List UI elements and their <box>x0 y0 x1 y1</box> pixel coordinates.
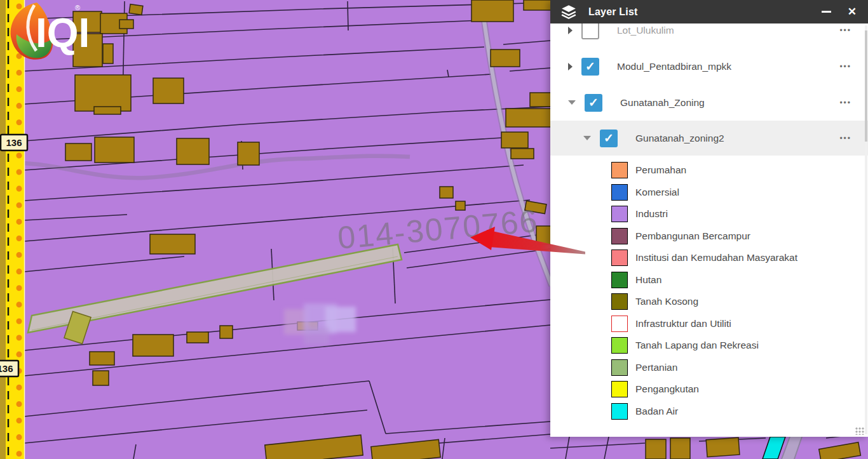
panel-header: Layer List ✕ <box>550 0 868 23</box>
layer-label[interactable]: Gunatanah_Zoning <box>620 97 705 109</box>
layer-menu-ellipsis[interactable]: ••• <box>839 62 851 71</box>
legend-item: Institusi dan Kemudahan Masyarakat <box>550 247 868 269</box>
legend-label: Komersial <box>635 187 679 198</box>
layer-menu-ellipsis[interactable]: ••• <box>839 134 851 143</box>
legend-swatch <box>611 249 628 266</box>
legend-label: Tanah Lapang dan Rekreasi <box>635 340 759 351</box>
legend-item: Industri <box>550 203 868 225</box>
iqi-logo-reg: ® <box>75 4 80 11</box>
route-shield-136-top: 136 <box>1 135 27 150</box>
layer-label[interactable]: Modul_Pentadbiran_mpkk <box>617 61 731 72</box>
layer-menu-ellipsis[interactable]: ••• <box>839 98 851 107</box>
legend-label: Pertanian <box>635 362 677 373</box>
layer-menu-ellipsis[interactable]: ••• <box>839 26 851 35</box>
legend-item: Tanah Lapang dan Rekreasi <box>550 335 868 357</box>
legend-label: Pembangunan Bercampur <box>635 230 750 242</box>
legend-swatch <box>611 184 628 201</box>
legend-swatch <box>611 316 628 332</box>
layer-row-gunatanah-zoning2[interactable]: Gunatanah_zoning2 ••• <box>550 121 868 156</box>
legend-swatch <box>611 403 628 420</box>
legend-item: Infrastruktur dan Utiliti <box>550 313 868 335</box>
layer-list-panel: Layer List ✕ Lot_Ulukulim ••• Modul_Pent… <box>550 0 868 437</box>
panel-title: Layer List <box>588 6 638 18</box>
layer-row-modul-pentadbiran[interactable]: Modul_Pentadbiran_mpkk ••• <box>550 48 868 84</box>
scrollbar-thumb[interactable] <box>865 30 867 142</box>
svg-text:136: 136 <box>6 137 22 148</box>
legend-item: Pembangunan Bercampur <box>550 225 868 248</box>
legend: Perumahan Komersial Industri Pembangunan… <box>550 156 868 422</box>
layer-label[interactable]: Lot_Ulukulim <box>617 25 674 36</box>
legend-label: Perumahan <box>635 164 686 176</box>
legend-swatch <box>611 359 628 376</box>
iqi-logo: IQI ® <box>11 3 90 60</box>
highway <box>0 0 25 459</box>
legend-swatch <box>611 272 628 288</box>
layer-checkbox[interactable] <box>581 58 599 76</box>
layer-row-gunatanah-zoning[interactable]: Gunatanah_Zoning ••• <box>550 84 868 121</box>
legend-label: Pengangkutan <box>635 383 699 395</box>
legend-item: Perumahan <box>550 159 868 182</box>
legend-swatch <box>611 293 628 310</box>
layer-label[interactable]: Gunatanah_zoning2 <box>635 133 724 144</box>
expand-caret-icon[interactable] <box>568 27 573 34</box>
legend-item: Pengangkutan <box>550 378 868 401</box>
legend-label: Industri <box>635 208 668 220</box>
legend-item: Pertanian <box>550 357 868 379</box>
legend-swatch <box>611 337 628 354</box>
legend-item: Tanah Kosong <box>550 291 868 313</box>
legend-swatch <box>611 381 628 397</box>
panel-scrollbar[interactable] <box>865 25 867 434</box>
legend-label: Institusi dan Kemudahan Masyarakat <box>635 252 797 263</box>
collapse-caret-icon[interactable] <box>583 136 591 140</box>
legend-item: Komersial <box>550 182 868 204</box>
iqi-logo-text: IQI <box>36 10 90 56</box>
legend-item: Hutan <box>550 269 868 291</box>
route-shield-136-bottom: 136 <box>0 361 18 376</box>
minimize-button[interactable] <box>822 11 831 13</box>
legend-item: Badan Air <box>550 401 868 423</box>
panel-resize-handle[interactable] <box>855 427 865 435</box>
legend-swatch <box>611 228 628 244</box>
legend-label: Hutan <box>635 274 661 286</box>
layer-checkbox[interactable] <box>585 94 602 112</box>
expand-caret-icon[interactable] <box>568 63 573 70</box>
collapse-caret-icon[interactable] <box>568 100 576 105</box>
layer-checkbox[interactable] <box>581 22 599 39</box>
layer-checkbox[interactable] <box>600 130 618 147</box>
legend-label: Infrastruktur dan Utiliti <box>635 318 731 329</box>
legend-label: Tanah Kosong <box>635 296 698 307</box>
close-button[interactable]: ✕ <box>848 6 857 17</box>
svg-text:136: 136 <box>0 363 13 374</box>
layers-icon <box>560 4 577 20</box>
legend-swatch <box>611 206 628 222</box>
layer-list-content: Lot_Ulukulim ••• Modul_Pentadbiran_mpkk … <box>550 12 868 422</box>
legend-swatch <box>611 162 628 178</box>
app-window: 136 136 014-3070766 IQI ® Layer List <box>0 0 868 459</box>
legend-label: Badan Air <box>635 406 678 417</box>
